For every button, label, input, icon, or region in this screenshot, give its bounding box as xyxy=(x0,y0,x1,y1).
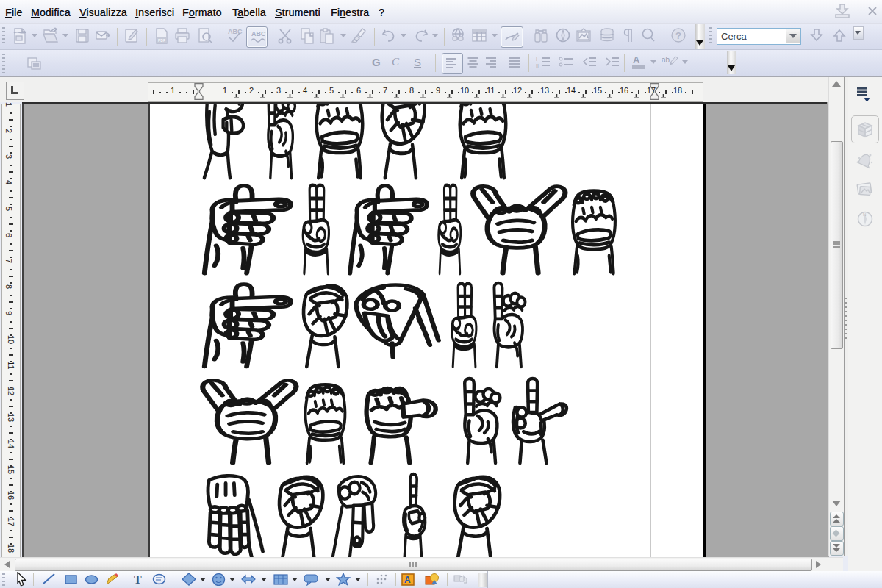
svg-text:N: N xyxy=(863,212,866,217)
svg-text:PDF: PDF xyxy=(158,38,165,43)
svg-text:ABC: ABC xyxy=(228,28,243,35)
svg-text:ABC: ABC xyxy=(251,30,266,37)
svg-text:T: T xyxy=(134,573,142,586)
svg-text:A: A xyxy=(404,575,411,585)
svg-text:?: ? xyxy=(675,30,681,41)
svg-text:I: I xyxy=(536,57,537,62)
svg-text:II: II xyxy=(536,63,539,68)
svg-text:A: A xyxy=(633,54,640,65)
svg-text:ab: ab xyxy=(662,56,670,64)
